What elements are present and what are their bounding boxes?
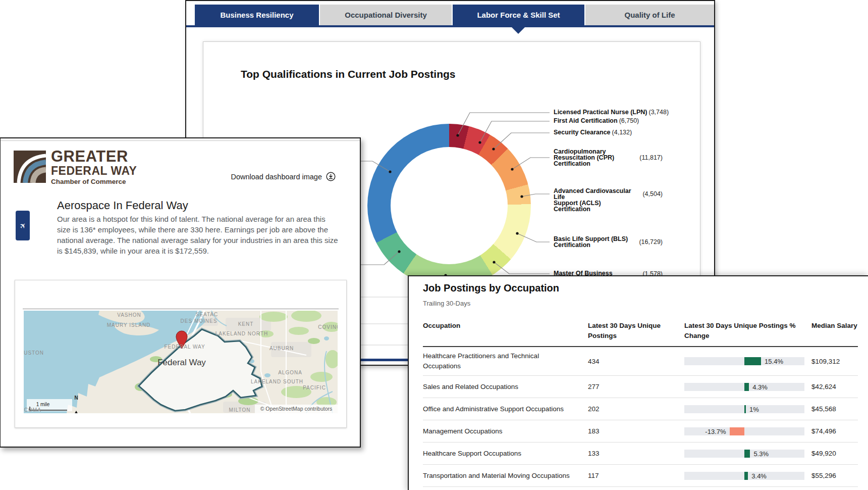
pct-change-bar: -13.7% xyxy=(684,427,804,435)
card-body-text: Our area is a hotspot for this kind of t… xyxy=(57,214,341,256)
pct-change-value: -13.7% xyxy=(705,428,726,435)
cell-median-salary: $109,312 xyxy=(811,358,858,365)
map-place-label: RUSTON xyxy=(24,350,44,356)
map-place-label: LAKELAND SOUTH xyxy=(251,379,303,384)
aerospace-industry-tab[interactable]: ✈ xyxy=(16,211,30,240)
donut-segment-label: Security Clearance(4,132) xyxy=(554,129,700,135)
map-place-label: FEDERAL WAY xyxy=(164,344,205,350)
download-dashboard-button[interactable]: Download dashboard image xyxy=(231,172,336,181)
table-header-row: Occupation Latest 30 Days Unique Posting… xyxy=(423,321,858,347)
cell-postings: 277 xyxy=(588,383,684,390)
table-row: Management Occupations183-13.7%$74,496 xyxy=(423,420,858,443)
pct-change-bar: 5.3% xyxy=(684,450,804,458)
table-row: Sales and Related Occupations2774.3%$42,… xyxy=(423,376,858,398)
map-divider xyxy=(23,309,339,309)
cell-pct-change: 4.3% xyxy=(684,383,811,391)
tab-quality-of-life[interactable]: Quality of Life xyxy=(585,5,714,25)
pct-change-bar: 3.4% xyxy=(684,472,804,480)
tab-label: Occupational Diversity xyxy=(345,11,427,19)
pct-change-bar: 4.3% xyxy=(684,383,804,391)
federal-way-map[interactable]: Federal Way 1 mile N © OpenStreetMap con… xyxy=(24,311,338,413)
tab-label: Quality of Life xyxy=(624,11,675,19)
cell-median-salary: $45,568 xyxy=(811,405,858,413)
map-place-label: LAKELAND NORTH xyxy=(215,331,268,336)
chamber-logo: GREATER FEDERAL WAY Chamber of Commerce xyxy=(14,149,137,185)
dashboard-screenshot: { "window": { "tabs": [ {"label": "Busin… xyxy=(0,0,868,490)
tab-occupational-diversity[interactable]: Occupational Diversity xyxy=(320,5,452,25)
pct-change-value: 5.3% xyxy=(753,450,769,458)
tab-business-resiliency[interactable]: Business Resiliency xyxy=(195,5,319,25)
donut-segment-value: (16,729) xyxy=(626,238,663,246)
table-row: Office and Administrative Support Occupa… xyxy=(423,398,858,420)
job-postings-card: Job Postings by Occupation Trailing 30-D… xyxy=(408,275,868,490)
card-inner-edge xyxy=(1,140,360,141)
cell-postings: 117 xyxy=(588,472,684,479)
cell-occupation: Healthcare Support Occupations xyxy=(423,445,588,463)
map-place-label: SEATAC xyxy=(196,312,219,317)
card-heading: Aerospace In Federal Way xyxy=(57,199,188,212)
map-place-label: MAURY ISLAND xyxy=(107,322,151,328)
tab-labor-force-skill-set[interactable]: Labor Force & Skill Set xyxy=(453,5,584,25)
cell-pct-change: 15.4% xyxy=(684,357,811,365)
logo-text-federal-way: FEDERAL WAY xyxy=(51,165,137,177)
tab-bar: Business Resiliency Occupational Diversi… xyxy=(195,5,714,25)
job-postings-title: Job Postings by Occupation xyxy=(423,282,559,294)
cell-median-salary: $74,496 xyxy=(811,427,858,435)
cell-postings: 202 xyxy=(588,405,684,413)
map-scale-label: 1 mile xyxy=(36,402,50,407)
logo-text-chamber: Chamber of Commerce xyxy=(51,178,137,185)
donut-segment-label: Advanced Cardiovascular LifeSupport (ACL… xyxy=(554,188,634,212)
download-icon xyxy=(326,172,336,181)
active-tab-caret xyxy=(512,27,525,34)
cell-median-salary: $49,920 xyxy=(811,450,858,457)
cell-pct-change: 1% xyxy=(684,405,811,413)
map-place-label: AUBURN xyxy=(269,346,294,351)
pct-change-value: 3.4% xyxy=(751,472,767,480)
airplane-icon: ✈ xyxy=(17,220,28,231)
map-place-label: PACIFIC xyxy=(303,385,326,390)
map-place-label: COVING xyxy=(318,324,338,330)
cell-occupation: Office and Administrative Support Occupa… xyxy=(423,400,588,418)
cell-postings: 183 xyxy=(588,427,684,435)
col-header-pct-change: Latest 30 Days Unique Postings % Change xyxy=(684,321,811,341)
cell-occupation: Management Occupations xyxy=(423,422,588,440)
pct-change-bar: 15.4% xyxy=(684,357,804,365)
map-north-label: N xyxy=(74,395,78,401)
col-header-postings: Latest 30 Days Unique Postings xyxy=(588,321,684,341)
donut-segment-value: (4,504) xyxy=(626,190,663,198)
cell-occupation: Transportation and Material Moving Occup… xyxy=(423,467,588,485)
download-label: Download dashboard image xyxy=(231,173,322,181)
job-postings-table: Occupation Latest 30 Days Unique Posting… xyxy=(423,321,858,487)
chamber-logo-mark xyxy=(14,151,46,183)
map-place-label: KENT xyxy=(238,321,254,327)
cell-postings: 434 xyxy=(588,358,684,365)
donut-segment-label: First Aid Certification(6,750) xyxy=(554,118,700,124)
tab-underline xyxy=(186,25,714,27)
map-place-label: ALGONA xyxy=(278,370,302,375)
cell-median-salary: $55,296 xyxy=(811,472,858,479)
cell-postings: 133 xyxy=(588,450,684,457)
cell-pct-change: 5.3% xyxy=(684,450,811,458)
pct-change-value: 4.3% xyxy=(752,383,768,391)
logo-text-greater: GREATER xyxy=(51,149,137,164)
pct-change-value: 1% xyxy=(749,406,759,413)
pct-change-bar: 1% xyxy=(684,405,804,413)
table-body: Healthcare Practitioners and Technical O… xyxy=(423,347,858,487)
cell-pct-change: 3.4% xyxy=(684,472,811,480)
donut-segment-label: CardiopulmonaryResuscitation (CPR)Certif… xyxy=(554,149,634,167)
federal-way-card: GREATER FEDERAL WAY Chamber of Commerce … xyxy=(0,137,361,448)
map-attribution[interactable]: © OpenStreetMap contributors xyxy=(260,406,333,412)
donut-segment-value: (11,817) xyxy=(626,154,663,161)
map-place-label: MILTON xyxy=(229,407,251,413)
donut-segment-label: Basic Life Support (BLS)Certification xyxy=(554,236,634,248)
col-header-median-salary: Median Salary xyxy=(811,321,858,331)
cell-occupation: Healthcare Practitioners and Technical O… xyxy=(423,347,588,375)
cell-pct-change: -13.7% xyxy=(684,427,811,435)
pct-change-value: 15.4% xyxy=(765,358,783,365)
col-header-occupation: Occupation xyxy=(423,321,588,331)
map-place-label: VASHON xyxy=(117,312,141,318)
donut-segment-label: Licensed Practical Nurse (LPN)(3,748) xyxy=(554,109,700,115)
cell-occupation: Sales and Related Occupations xyxy=(423,378,588,396)
map-main-label: Federal Way xyxy=(157,358,206,368)
map-place-label: DES MOINES xyxy=(181,318,218,324)
